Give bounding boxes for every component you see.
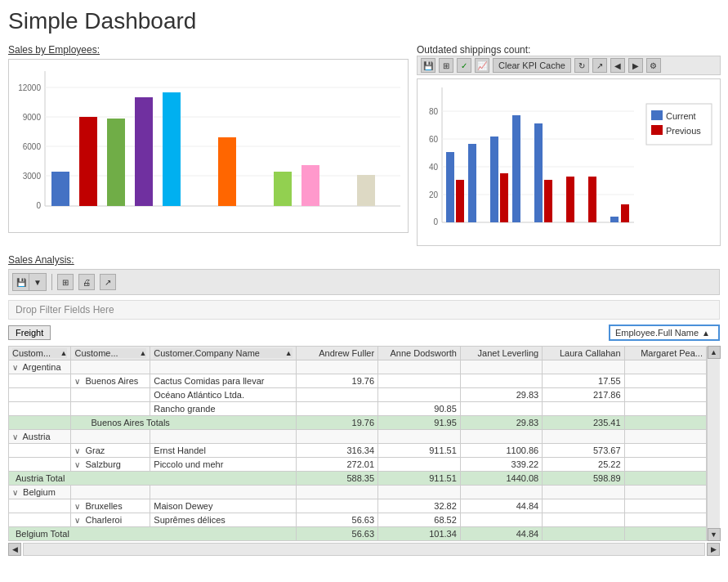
kpi-chart-btn[interactable]: 📈 [475,58,489,73]
value-cell: 25.22 [543,458,624,472]
save-btn[interactable]: 💾 [13,274,29,290]
kpi-clear-cache-btn[interactable]: Clear KPI Cache [493,58,571,73]
value-cell [378,374,461,388]
value-cell [460,513,542,527]
svg-rect-38 [544,180,552,222]
empty-cell [543,430,624,444]
table-btn[interactable]: ⊞ [57,274,74,290]
city-cell: ∨ Buenos Aires [71,374,150,388]
empty-cell [150,360,296,374]
kpi-save-btn[interactable]: 💾 [421,58,435,73]
horizontal-scrollbar-track[interactable] [23,543,705,556]
total-value [624,416,706,430]
analysis-toolbar: 💾 ▼ ⊞ 🖨 ↗ [8,269,720,295]
empty-cell [543,486,624,499]
expand-icon[interactable]: ∨ [74,377,80,386]
value-cell [624,458,706,472]
svg-rect-16 [218,137,236,206]
employee-filter-label: Employee.Full Name [615,328,699,338]
scroll-up-btn[interactable]: ▲ [708,346,721,359]
total-value: 19.76 [296,416,377,430]
value-cell [624,402,706,416]
sales-chart-section: Sales by Employees: 0 3000 6000 9000 120… [8,44,409,246]
vertical-scrollbar[interactable]: ▲ ▼ [707,346,720,541]
custid-sort[interactable]: ▲ [60,349,68,357]
custname-sort[interactable]: ▲ [139,349,146,357]
col-header-compname: Customer.Company Name ▲ [150,347,296,360]
city-cell: ∨ Bruxelles [71,499,150,513]
empty-cell [624,486,706,499]
scroll-down-btn[interactable]: ▼ [708,528,721,541]
kpi-check-btn[interactable]: ✓ [457,58,471,73]
value-cell: 573.67 [543,444,624,458]
table-row: ∨ Graz Ernst Handel 316.34 911.51 1100.8… [9,444,707,458]
scroll-left-btn[interactable]: ◀ [8,543,21,556]
toolbar-divider-1 [51,274,52,290]
svg-rect-14 [135,97,153,206]
company-cell: Rancho grande [150,402,296,416]
empty-cell [71,360,150,374]
empty-cell [296,430,377,444]
company-cell: Piccolo und mehr [150,458,296,472]
save-dropdown-btn[interactable]: ▼ [29,274,46,290]
print-btn[interactable]: 🖨 [78,274,95,290]
total-value: 598.89 [543,472,624,486]
country-cell: ∨ Argentina [9,360,71,374]
kpi-toolbar: 💾 ⊞ ✓ 📈 Clear KPI Cache ↻ ↗ ◀ ▶ ⚙ [417,56,721,75]
svg-rect-35 [500,173,508,222]
table-row: ∨ Salzburg Piccolo und mehr 272.01 339.2… [9,458,707,472]
table-row: Rancho grande 90.85 [9,402,707,416]
table-row: ∨ Charleroi Suprêmes délices 56.63 68.52 [9,513,707,527]
expand-icon[interactable]: ∨ [12,363,18,372]
kpi-settings-btn[interactable]: ⚙ [646,58,661,73]
value-cell: 90.85 [378,402,461,416]
value-cell [460,374,542,388]
empty-cell [624,430,706,444]
country-cell: ∨ Austria [9,430,71,444]
expand-icon[interactable]: ∨ [74,446,80,455]
kpi-prev-btn[interactable]: ◀ [610,58,625,73]
expand-icon[interactable]: ∨ [74,516,80,525]
kpi-refresh-btn[interactable]: ↻ [574,58,589,73]
value-cell [624,374,706,388]
total-value [624,527,706,541]
compname-sort[interactable]: ▲ [285,349,293,357]
total-label: Buenos Aires Totals [71,416,296,430]
company-cell: Ernst Handel [150,444,296,458]
table-row: Océano Atlántico Ltda. 29.83 217.86 [9,388,707,402]
empty-cell [9,458,71,472]
expand-icon[interactable]: ∨ [12,488,18,497]
col-header-custname: Custome... ▲ [71,347,150,360]
expand-icon[interactable]: ∨ [74,460,80,469]
value-cell [296,402,377,416]
custname-label: Custome... [74,348,118,358]
company-cell: Maison Dewey [150,499,296,513]
svg-rect-12 [79,117,97,206]
empty-cell [9,444,71,458]
sales-chart-svg: 0 3000 6000 9000 12000 [12,63,404,226]
svg-rect-17 [274,172,292,206]
total-row: Buenos Aires Totals 19.76 91.95 29.83 23… [9,416,707,430]
employee-filter[interactable]: Employee.Full Name ▲ [609,325,720,341]
value-cell [378,388,461,402]
kpi-grid-btn[interactable]: ⊞ [439,58,453,73]
svg-rect-37 [534,123,543,222]
scroll-right-btn[interactable]: ▶ [707,543,720,556]
expand-icon[interactable]: ∨ [12,432,18,441]
freight-button[interactable]: Freight [8,325,51,340]
expand-icon[interactable]: ∨ [74,502,80,511]
kpi-export-btn[interactable]: ↗ [592,58,607,73]
table-row: ∨ Belgium [9,486,707,499]
pivot-table: Custom... ▲ Custome... ▲ [8,346,707,541]
empty-cell [150,430,296,444]
sales-chart-container: 0 3000 6000 9000 12000 [8,59,409,233]
company-cell: Océano Atlántico Ltda. [150,388,296,402]
svg-text:9000: 9000 [23,113,42,122]
svg-rect-43 [646,104,712,145]
horizontal-scrollbar-area: ◀ ▶ [8,543,720,556]
export-btn[interactable]: ↗ [100,274,116,290]
sales-analysis-label: Sales Analysis: [8,254,720,266]
kpi-next-btn[interactable]: ▶ [628,58,643,73]
empty-cell [460,430,542,444]
value-cell [624,444,706,458]
